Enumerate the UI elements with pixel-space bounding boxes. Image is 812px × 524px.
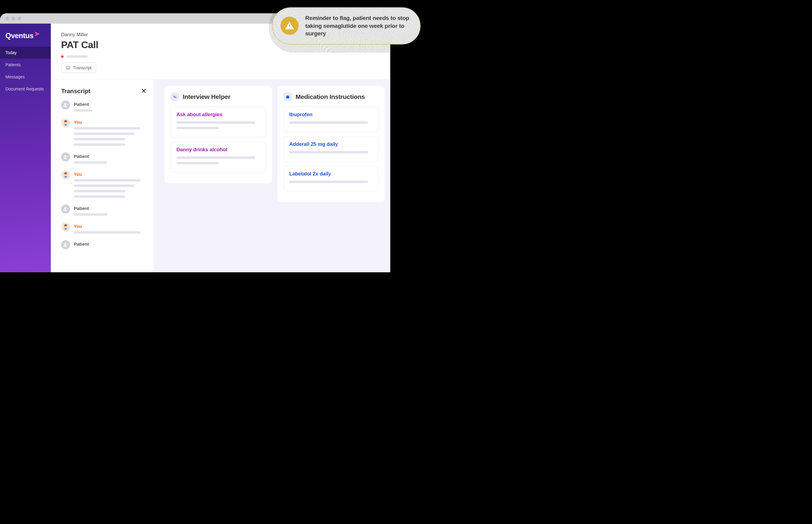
svg-rect-10 xyxy=(65,175,67,176)
recording-dot-icon xyxy=(61,55,64,58)
reminder-text: Reminder to flag, patient needs to stop … xyxy=(305,14,411,37)
text-placeholder xyxy=(74,179,140,181)
patient-avatar-icon xyxy=(61,204,70,214)
you-avatar-icon xyxy=(61,118,70,127)
info-card-title: Labetalol 2x daily xyxy=(289,171,373,177)
cards-area: Interview Helper Ask about allergiesDann… xyxy=(159,80,390,202)
info-card[interactable]: Ask about allergies xyxy=(171,107,266,137)
workspace: Transcript ✕ PatientYouPatientYouPatient… xyxy=(51,80,390,272)
brand-name: Qventus xyxy=(5,31,34,40)
sidebar-item-messages[interactable]: Messages xyxy=(0,71,51,83)
you-avatar-icon xyxy=(61,223,70,231)
sidebar-nav: TodayPatientsMessagesDocument Requests xyxy=(0,47,51,95)
sidebar-item-today[interactable]: Today xyxy=(0,47,51,59)
svg-rect-6 xyxy=(65,123,67,124)
transcript-message: Patient xyxy=(61,240,148,249)
message-speaker: You xyxy=(74,171,148,177)
text-placeholder xyxy=(289,181,368,183)
text-placeholder xyxy=(74,127,140,130)
interview-helper-title: Interview Helper xyxy=(183,93,230,100)
text-placeholder xyxy=(74,161,107,164)
transcript-button[interactable]: Transcript xyxy=(61,63,96,73)
svg-point-11 xyxy=(64,207,66,209)
info-card-title: Ask about allergies xyxy=(176,112,260,118)
medication-instructions-title: Medication Instructions xyxy=(296,93,365,100)
transcript-message: Patient xyxy=(61,100,148,115)
sidebar-item-label: Document Requests xyxy=(5,86,44,92)
text-placeholder xyxy=(74,138,125,141)
text-placeholder xyxy=(176,157,255,159)
interview-helper-icon xyxy=(171,93,179,101)
reminder-toast[interactable]: Reminder to flag, patient needs to stop … xyxy=(272,7,420,45)
transcript-message: You xyxy=(61,223,148,236)
info-card-title: Ibuprofen xyxy=(289,112,373,118)
text-placeholder xyxy=(289,121,368,124)
patient-avatar-icon xyxy=(61,100,70,110)
text-placeholder xyxy=(74,184,134,187)
text-placeholder xyxy=(74,109,92,112)
transcript-message: Patient xyxy=(61,152,148,167)
window-control-close[interactable] xyxy=(5,17,9,20)
interview-helper-card: Interview Helper Ask about allergiesDann… xyxy=(165,86,272,183)
sidebar-item-label: Messages xyxy=(5,75,25,79)
transcript-message: You xyxy=(61,170,148,201)
patient-avatar-icon xyxy=(61,152,70,162)
message-speaker: Patient xyxy=(74,242,148,247)
message-speaker: Patient xyxy=(74,102,148,107)
text-placeholder xyxy=(74,231,140,233)
medication-icon xyxy=(283,93,292,101)
patient-avatar-icon xyxy=(61,240,70,249)
text-placeholder xyxy=(74,143,125,146)
info-card[interactable]: Ibuprofen xyxy=(283,107,379,132)
text-placeholder xyxy=(74,190,125,192)
text-placeholder xyxy=(176,162,219,164)
recording-placeholder xyxy=(67,55,88,58)
message-speaker: You xyxy=(74,119,148,125)
transcript-message: Patient xyxy=(61,204,148,219)
brand-accent-icon: ➤ xyxy=(34,32,40,36)
text-placeholder xyxy=(289,151,368,153)
svg-point-3 xyxy=(64,103,66,105)
transcript-message: You xyxy=(61,118,148,149)
sidebar-item-patients[interactable]: Patients xyxy=(0,59,51,71)
transcript-button-label: Transcript xyxy=(73,65,92,70)
close-icon[interactable]: ✕ xyxy=(140,87,148,95)
recording-status xyxy=(61,55,380,58)
message-speaker: Patient xyxy=(74,154,148,159)
svg-point-7 xyxy=(64,155,66,157)
window-control-zoom[interactable] xyxy=(18,17,21,20)
sidebar: Qventus ➤ TodayPatientsMessagesDocument … xyxy=(0,23,51,272)
info-card[interactable]: Adderall 25 mg daily xyxy=(283,136,379,162)
main-area: Danny Miller PAT Call Transcript xyxy=(51,23,390,272)
text-placeholder xyxy=(74,132,134,135)
sidebar-item-document-requests[interactable]: Document Requests xyxy=(0,83,51,95)
info-card[interactable]: Danny drinks alcohol xyxy=(171,142,266,173)
svg-point-15 xyxy=(64,243,66,245)
transcript-title: Transcript xyxy=(61,88,90,95)
transcript-panel: Transcript ✕ PatientYouPatientYouPatient… xyxy=(51,80,154,272)
info-card-title: Adderall 25 mg daily xyxy=(289,141,373,147)
medication-instructions-card: Medication Instructions IbuprofenAdderal… xyxy=(278,86,385,202)
you-avatar-icon xyxy=(61,170,70,179)
message-speaker: You xyxy=(74,224,148,229)
text-placeholder xyxy=(176,127,219,129)
warning-icon xyxy=(280,17,299,35)
info-card[interactable]: Labetalol 2x daily xyxy=(283,166,379,191)
transcript-icon xyxy=(66,65,70,70)
transcript-list: PatientYouPatientYouPatientYouPatient xyxy=(61,100,148,249)
sidebar-item-label: Patients xyxy=(5,62,21,67)
text-placeholder xyxy=(74,195,125,198)
message-speaker: Patient xyxy=(74,206,148,211)
sidebar-item-label: Today xyxy=(5,50,17,55)
text-placeholder xyxy=(74,213,107,216)
brand-logo: Qventus ➤ xyxy=(0,27,51,47)
app-body: Qventus ➤ TodayPatientsMessagesDocument … xyxy=(0,23,390,272)
svg-rect-0 xyxy=(66,66,70,69)
svg-rect-14 xyxy=(65,227,67,228)
window-control-minimize[interactable] xyxy=(12,17,15,20)
info-card-title: Danny drinks alcohol xyxy=(176,147,260,153)
text-placeholder xyxy=(176,121,255,124)
